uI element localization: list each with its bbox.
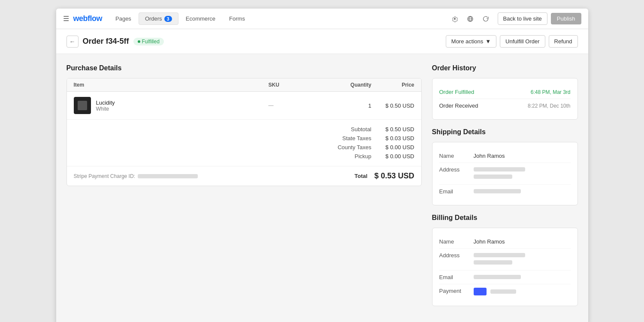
payment-badge-icon — [474, 288, 487, 295]
sku-value: — — [269, 102, 320, 108]
county-taxes-label: County Taxes — [311, 144, 372, 150]
order-title-row: ← Order f34-5ff Fulfilled — [67, 36, 164, 48]
billing-details-card: Name John Ramos Address Email Payment — [432, 228, 578, 306]
payment-text-blurred — [490, 289, 516, 294]
subtotal-label: Subtotal — [311, 126, 372, 132]
billing-email-row: Email — [439, 271, 571, 284]
item-cell: Lucidity White — [74, 97, 269, 114]
tab-ecommerce[interactable]: Ecommerce — [179, 12, 222, 25]
nav-actions: Back to live site Publish — [498, 12, 581, 25]
back-button[interactable]: ← — [67, 36, 79, 48]
chevron-down-icon: ▼ — [485, 38, 491, 45]
stripe-charge-row: Stripe Payment Charge ID: — [74, 173, 198, 179]
history-item-received: Order Received 8:22 PM, Dec 10th — [439, 99, 571, 112]
total-label: Total — [354, 173, 367, 179]
shipping-details-title: Shipping Details — [432, 128, 578, 136]
nav-icon-buttons — [448, 12, 493, 26]
quantity-value: 1 — [320, 102, 372, 109]
order-history-card: Order Fulfilled 6:48 PM, Mar 3rd Order R… — [432, 78, 578, 120]
product-variant: White — [96, 106, 115, 112]
totals-section: Subtotal $ 0.50 USD State Taxes $ 0.03 U… — [67, 120, 421, 166]
billing-details-title: Billing Details — [432, 214, 578, 222]
unfulfill-order-button[interactable]: Unfulfill Order — [500, 35, 545, 48]
table-row: Lucidity White — 1 $ 0.50 USD — [67, 92, 421, 120]
content-header: ← Order f34-5ff Fulfilled More actions ▼… — [56, 29, 588, 54]
publish-button[interactable]: Publish — [551, 13, 581, 24]
pickup-row: Pickup $ 0.00 USD — [74, 152, 414, 161]
shipping-email-value — [474, 189, 521, 193]
total-amount-row: Total $ 0.53 USD — [354, 172, 414, 181]
shipping-address-value — [474, 166, 525, 181]
history-time-received: 8:22 PM, Dec 10th — [528, 103, 570, 109]
settings-icon[interactable] — [448, 12, 462, 26]
hamburger-menu[interactable]: ☰ — [63, 15, 69, 23]
pickup-value: $ 0.00 USD — [372, 153, 414, 159]
product-thumb-inner — [78, 101, 87, 110]
tab-forms[interactable]: Forms — [223, 12, 251, 25]
nav-tabs: Pages Orders 3 Ecommerce Forms — [109, 12, 448, 25]
shipping-address-label: Address — [439, 166, 474, 181]
billing-name-label: Name — [439, 238, 474, 245]
shipping-email-row: Email — [439, 185, 571, 198]
history-event-fulfilled-label: Order Fulfilled — [439, 89, 475, 95]
history-event-received-label: Order Received — [439, 102, 478, 109]
price-value: $ 0.50 USD — [372, 102, 414, 109]
shipping-address-row: Address — [439, 163, 571, 185]
orders-badge: 3 — [164, 16, 172, 22]
col-price: Price — [372, 82, 414, 88]
order-history-title: Order History — [432, 64, 578, 72]
shipping-details-card: Name John Ramos Address Email — [432, 142, 578, 205]
more-actions-button[interactable]: More actions ▼ — [446, 35, 496, 48]
globe-icon[interactable] — [463, 12, 477, 26]
state-taxes-row: State Taxes $ 0.03 USD — [74, 134, 414, 143]
tab-pages[interactable]: Pages — [109, 12, 138, 25]
fulfilled-dot — [138, 40, 140, 43]
billing-address-blurred-line1 — [474, 253, 525, 257]
table-header: Item SKU Quantity Price — [67, 78, 421, 92]
product-name: Lucidity — [96, 99, 115, 106]
subtotal-value: $ 0.50 USD — [372, 126, 414, 132]
stripe-charge-label: Stripe Payment Charge ID: — [74, 173, 135, 179]
col-sku: SKU — [269, 82, 320, 88]
subtotal-row: Subtotal $ 0.50 USD — [74, 125, 414, 134]
stripe-charge-id — [138, 174, 198, 178]
back-to-live-site-button[interactable]: Back to live site — [498, 12, 547, 25]
right-panel: Order History Order Fulfilled 6:48 PM, M… — [432, 64, 578, 315]
main-content: Purchase Details Item SKU Quantity Price — [56, 54, 588, 322]
brand-logo: webflow — [73, 14, 103, 23]
total-value: $ 0.53 USD — [374, 172, 414, 181]
purchase-details-card: Item SKU Quantity Price Lucidity White — [67, 78, 422, 186]
product-info: Lucidity White — [96, 99, 115, 112]
state-taxes-label: State Taxes — [311, 135, 372, 141]
shipping-name-label: Name — [439, 153, 474, 159]
billing-name-value: John Ramos — [474, 238, 505, 245]
shipping-name-row: Name John Ramos — [439, 149, 571, 163]
tab-orders[interactable]: Orders 3 — [139, 12, 178, 25]
history-time-fulfilled: 6:48 PM, Mar 3rd — [531, 89, 571, 95]
total-final-row: Stripe Payment Charge ID: Total $ 0.53 U… — [67, 166, 421, 186]
fulfilled-badge: Fulfilled — [133, 38, 164, 45]
billing-address-value — [474, 252, 525, 267]
top-navigation: ☰ webflow Pages Orders 3 Ecommerce Forms — [56, 9, 588, 29]
left-panel: Purchase Details Item SKU Quantity Price — [67, 64, 422, 315]
billing-address-blurred-line2 — [474, 260, 512, 265]
shipping-name-value: John Ramos — [474, 153, 505, 159]
purchase-details-title: Purchase Details — [67, 64, 422, 72]
billing-payment-row: Payment — [439, 284, 571, 299]
county-taxes-value: $ 0.00 USD — [372, 144, 414, 150]
state-taxes-value: $ 0.03 USD — [372, 135, 414, 141]
address-blurred-line2 — [474, 175, 512, 179]
billing-address-label: Address — [439, 252, 474, 267]
header-actions: More actions ▼ Unfulfill Order Refund — [446, 35, 578, 48]
product-thumbnail — [74, 97, 91, 114]
address-blurred-line1 — [474, 167, 525, 172]
refresh-icon[interactable] — [479, 12, 493, 26]
county-taxes-row: County Taxes $ 0.00 USD — [74, 143, 414, 152]
col-quantity: Quantity — [320, 82, 372, 88]
refund-button[interactable]: Refund — [549, 35, 578, 48]
billing-address-row: Address — [439, 249, 571, 271]
billing-payment-label: Payment — [439, 288, 474, 295]
history-item-fulfilled: Order Fulfilled 6:48 PM, Mar 3rd — [439, 85, 571, 99]
order-id: Order f34-5ff — [83, 37, 129, 46]
shipping-email-label: Email — [439, 188, 474, 195]
